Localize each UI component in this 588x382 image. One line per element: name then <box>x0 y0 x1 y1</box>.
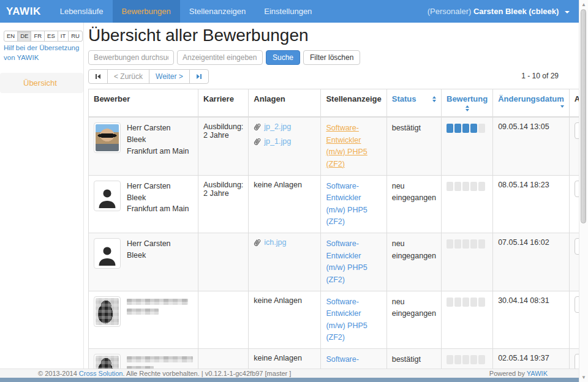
job-posting-link[interactable]: Software-Entwickler (m/w) PHP5 (ZF2) <box>326 182 367 226</box>
brand-logo[interactable]: YAWIK <box>0 0 51 23</box>
column-header-status[interactable]: Status <box>386 89 441 118</box>
company-link[interactable]: Cross Solution <box>79 370 123 377</box>
rating-block <box>462 298 469 307</box>
scroll-up-icon[interactable]: ▲ <box>579 2 588 7</box>
rating-block <box>478 182 485 191</box>
no-attachments-label: keine Anlagen <box>254 181 302 189</box>
user-menu[interactable]: (Personaler) Carsten Bleek (cbleek) <box>428 0 570 23</box>
applicant-cell: Herr CarstenBleekFrankfurt am Main <box>89 175 198 233</box>
rating-cell <box>442 117 493 175</box>
applicant: Herr CarstenBleek <box>94 238 193 269</box>
career-cell <box>198 291 249 349</box>
previous-page-button[interactable]: < Zurück <box>107 69 149 84</box>
language-button-de[interactable]: DE <box>17 31 31 42</box>
powered-by-text: Powered by <box>489 370 525 377</box>
rating-bar <box>447 298 488 307</box>
applicant-avatar <box>94 122 121 153</box>
attachments-cell: keine Anlagen <box>249 291 321 349</box>
column-label: Status <box>392 94 417 103</box>
rating-block <box>454 239 461 249</box>
status-label: neu eingegangen <box>392 296 436 320</box>
jobtitle-search-input[interactable] <box>177 50 263 65</box>
person-icon <box>97 186 118 209</box>
scrollbar[interactable]: ▲ ▼ <box>579 0 588 382</box>
attachment-link[interactable]: jp_1.jpg <box>264 137 291 146</box>
table-header-row: BewerberKarriereAnlagenStellenanzeigeSta… <box>89 89 588 118</box>
sidebar-item-ubersicht[interactable]: Übersicht <box>0 73 83 93</box>
column-label: Bewerber <box>94 94 130 103</box>
main-content: Übersicht aller Bewerbungen Suche Filter… <box>88 23 564 382</box>
applications-search-input[interactable] <box>88 50 174 65</box>
column-label: Bewertung <box>447 94 488 103</box>
modified-date: 30.04.14 08:31 <box>498 296 549 305</box>
modified-date: 02.05.14 19:37 <box>498 354 549 362</box>
column-label: Karriere <box>203 94 234 103</box>
applicant-photo <box>96 124 119 151</box>
yawik-link[interactable]: YAWIK <box>527 370 548 377</box>
sort-asc-arrow-icon <box>466 105 469 108</box>
user-name-label: Carsten Bleek (cbleek) <box>473 7 559 16</box>
nav-item-stellenanzeigen[interactable]: Stellenanzeigen <box>180 0 255 23</box>
nav-item-lebenslaufe[interactable]: Lebensläufe <box>51 0 113 23</box>
status-cell: bestätigt <box>386 117 441 175</box>
first-page-button[interactable] <box>88 69 108 84</box>
attachment-link[interactable]: ich.jpg <box>264 238 286 247</box>
modified-date: 07.05.14 16:02 <box>498 238 549 247</box>
rating-block <box>447 124 453 133</box>
applicant-name: Herr CarstenBleekFrankfurt am Main <box>127 181 193 215</box>
sort-asc-arrow-icon <box>432 96 436 99</box>
job-posting-link[interactable]: Software-Entwickler (m/w) PHP5 (ZF2) <box>326 239 367 283</box>
applications-table: BewerberKarriereAnlagenStellenanzeigeSta… <box>88 89 588 382</box>
job-posting-link[interactable]: Software-Entwickler (m/w) PHP5 (ZF2) <box>326 298 367 342</box>
last-page-button[interactable] <box>189 69 209 84</box>
column-header-bewertung[interactable]: Bewertung <box>442 89 493 118</box>
scroll-down-icon[interactable]: ▼ <box>579 375 588 380</box>
applicant: Herr CarstenBleekFrankfurt am Main <box>94 181 193 215</box>
scrollbar-thumb[interactable] <box>581 9 586 223</box>
rights-text: . Alle Rechte vorbehalten. | v0.12.1-1-g… <box>123 370 291 377</box>
language-button-en[interactable]: EN <box>4 31 18 42</box>
column-header-anderungsdatum[interactable]: Änderungsdatum <box>493 89 570 118</box>
redacted-text-block <box>127 356 193 362</box>
rating-block <box>447 182 453 191</box>
rating-block <box>447 298 453 307</box>
applicant-name <box>127 296 193 327</box>
language-button-it[interactable]: IT <box>58 31 69 42</box>
clear-filter-button[interactable]: Filter löschen <box>303 50 360 65</box>
rating-cell <box>442 233 493 291</box>
career-cell: Ausbildung: 2 Jahre <box>198 175 249 233</box>
job-posting-link[interactable]: Software-Entwickler (m/w) PHP5 (ZF2) <box>326 124 367 168</box>
nav-item-einstellungen[interactable]: Einstellungen <box>255 0 321 23</box>
rating-bar <box>447 182 488 191</box>
language-button-es[interactable]: ES <box>44 31 58 42</box>
paperclip-icon <box>254 137 262 146</box>
rating-block <box>462 124 469 133</box>
nav-item-bewerbungen[interactable]: Bewerbungen <box>113 0 180 23</box>
applicant <box>94 296 193 327</box>
search-button[interactable]: Suche <box>266 50 300 65</box>
applicant-cell: Herr CarstenBleekFrankfurt am Main <box>89 117 198 175</box>
table-row: keine AnlagenSoftware-Entwickler (m/w) P… <box>89 291 588 349</box>
applicant-name-line: Herr Carsten <box>127 181 193 192</box>
applicant-avatar <box>94 296 121 327</box>
rating-block <box>454 124 461 133</box>
step-backward-icon <box>95 73 101 80</box>
search-toolbar: Suche Filter löschen <box>88 50 564 65</box>
attachment-link[interactable]: jp_2.jpg <box>264 122 291 131</box>
rating-block <box>454 298 461 307</box>
date-cell: 30.04.14 08:31 <box>493 291 570 349</box>
status-label: bestätigt <box>392 354 436 365</box>
language-button-fr[interactable]: FR <box>31 31 45 42</box>
next-page-button[interactable]: Weiter > <box>149 69 190 84</box>
language-button-ru[interactable]: RU <box>68 31 83 42</box>
rating-bar <box>447 239 488 249</box>
powered-by: Powered by YAWIK <box>489 369 548 378</box>
rating-block <box>470 239 477 249</box>
page-title: Übersicht aller Bewerbungen <box>88 26 564 44</box>
status-cell: neu eingegangen <box>386 291 441 349</box>
translate-help-link[interactable]: Hilf bei der Übersetzung von YAWIK <box>4 43 80 62</box>
column-header-stellenanzeige: Stellenanzeige <box>321 89 386 118</box>
rating-bar <box>447 355 488 364</box>
column-label: Stellenanzeige <box>326 94 381 103</box>
avatar-placeholder <box>96 182 119 209</box>
